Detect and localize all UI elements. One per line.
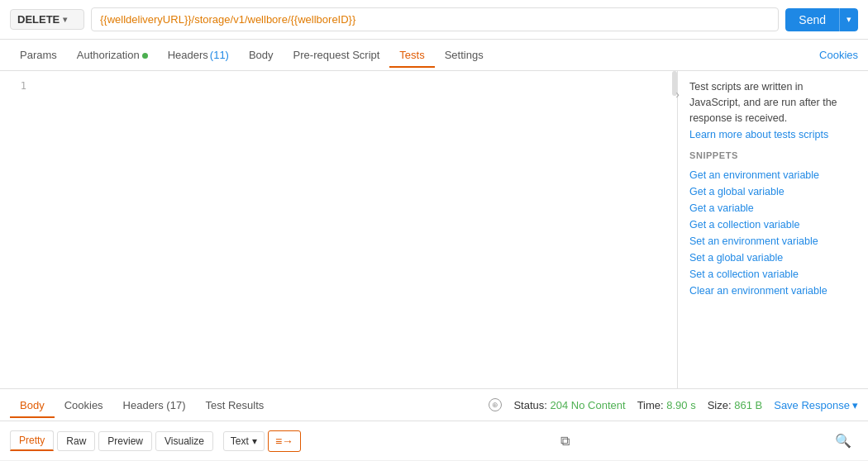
response-tab-cookies[interactable]: Cookies <box>55 392 113 418</box>
tab-settings[interactable]: Settings <box>435 42 494 68</box>
search-button[interactable]: 🔍 <box>828 430 858 452</box>
response-tab-headers[interactable]: Headers (17) <box>113 392 196 418</box>
tab-headers[interactable]: Headers(11) <box>158 42 239 68</box>
time-label: Time: 8.90 s <box>637 399 696 411</box>
send-button[interactable]: Send <box>785 8 839 31</box>
response-meta: ⊕ Status: 204 No Content Time: 8.90 s Si… <box>489 398 858 411</box>
save-response-button[interactable]: Save Response ▾ <box>774 399 858 411</box>
response-header-bar: Body Cookies Headers (17) Test Results ⊕… <box>0 388 868 421</box>
tab-tests[interactable]: Tests <box>389 42 434 68</box>
line-number-1: 1 <box>0 78 33 94</box>
tab-params[interactable]: Params <box>10 42 67 68</box>
format-btn-raw[interactable]: Raw <box>57 431 95 451</box>
line-numbers: 1 <box>0 71 33 101</box>
url-input[interactable] <box>91 7 779 31</box>
method-chevron-icon: ▾ <box>63 15 77 24</box>
authorization-dot <box>142 53 148 59</box>
response-toolbar: Pretty Raw Preview Visualize Text ▾ ≡→ ⧉… <box>0 421 868 461</box>
request-tabs-bar: Params Authorization Headers(11) Body Pr… <box>0 40 868 71</box>
method-label: DELETE <box>17 13 60 26</box>
format-btn-visualize[interactable]: Visualize <box>155 431 213 451</box>
top-bar: DELETE ▾ Send ▾ <box>0 0 868 40</box>
tab-pre-request[interactable]: Pre-request Script <box>284 42 390 68</box>
text-dropdown-chevron-icon: ▾ <box>252 435 257 447</box>
snippet-set-collection-var[interactable]: Set a collection variable <box>689 266 856 283</box>
snippets-panel: › Test scripts are written in JavaScript… <box>678 71 868 388</box>
snippets-description: Test scripts are written in JavaScript, … <box>689 79 856 126</box>
text-format-dropdown[interactable]: Text ▾ <box>223 431 265 451</box>
snippets-section-label: SNIPPETS <box>689 150 856 160</box>
snippet-set-global-var[interactable]: Set a global variable <box>689 250 856 266</box>
tab-body[interactable]: Body <box>239 42 284 68</box>
format-btn-preview[interactable]: Preview <box>98 431 152 451</box>
cookies-link[interactable]: Cookies <box>819 49 858 61</box>
copy-button[interactable]: ⧉ <box>554 430 576 452</box>
editor-content[interactable] <box>33 71 677 388</box>
send-dropdown-arrow[interactable]: ▾ <box>839 8 858 31</box>
send-button-group: Send ▾ <box>785 8 858 31</box>
snippet-get-collection-var[interactable]: Get a collection variable <box>689 216 856 233</box>
snippet-clear-env-var[interactable]: Clear an environment variable <box>689 283 856 299</box>
snippet-get-env-var[interactable]: Get an environment variable <box>689 167 856 183</box>
test-editor[interactable]: 1 <box>0 71 678 388</box>
format-btn-pretty[interactable]: Pretty <box>10 430 54 451</box>
response-tabs: Body Cookies Headers (17) Test Results <box>10 392 274 418</box>
method-dropdown[interactable]: DELETE ▾ <box>10 9 84 30</box>
status-label: Status: 204 No Content <box>513 399 625 411</box>
tab-authorization[interactable]: Authorization <box>67 42 158 68</box>
panel-toggle-icon[interactable]: › <box>678 88 680 101</box>
size-label: Size: 861 B <box>708 399 763 411</box>
response-tab-body[interactable]: Body <box>10 392 55 418</box>
time-value: 8.90 s <box>666 399 695 411</box>
save-response-chevron-icon: ▾ <box>852 399 858 411</box>
snippet-get-global-var[interactable]: Get a global variable <box>689 183 856 200</box>
word-wrap-button[interactable]: ≡→ <box>268 430 301 452</box>
snippet-get-var[interactable]: Get a variable <box>689 200 856 216</box>
snippet-set-env-var[interactable]: Set an environment variable <box>689 233 856 250</box>
status-value: 204 No Content <box>551 399 626 411</box>
response-tab-test-results[interactable]: Test Results <box>195 392 274 418</box>
globe-icon: ⊕ <box>489 398 502 411</box>
learn-more-link[interactable]: Learn more about tests scripts <box>689 129 856 140</box>
main-area: 1 › Test scripts are written in JavaScri… <box>0 71 868 388</box>
size-value: 861 B <box>734 399 762 411</box>
